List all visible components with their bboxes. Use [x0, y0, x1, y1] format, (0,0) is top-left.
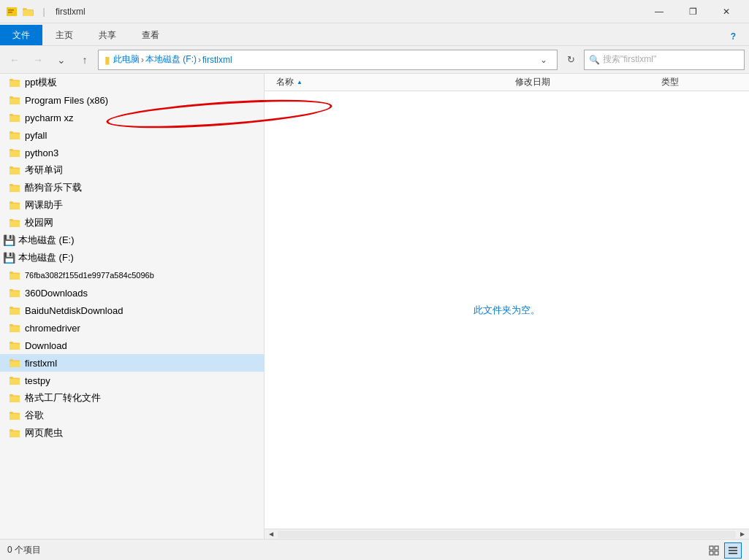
window-title: firstlxml — [56, 7, 85, 17]
sidebar-item-baidu[interactable]: BaiduNetdiskDownload — [0, 302, 264, 319]
col-date-label: 修改日期 — [515, 76, 550, 88]
restore-button[interactable]: ❐ — [676, 0, 710, 23]
sidebar-item-python3[interactable]: python3 — [0, 144, 264, 161]
forward-button[interactable]: → — [28, 50, 48, 69]
svg-rect-5 — [710, 551, 713, 555]
ribbon: 文件 主页 共享 查看 ? — [0, 23, 749, 46]
horizontal-scrollbar[interactable]: ◀ ▶ — [265, 529, 749, 539]
search-placeholder: 搜索"firstlxml" — [603, 53, 656, 66]
sidebar-item-chromedriver[interactable]: chromedriver — [0, 319, 264, 337]
sidebar-label: 本地磁盘 (E:) — [18, 234, 75, 247]
tab-share[interactable]: 共享 — [86, 25, 129, 45]
app-icon-quick-access — [6, 6, 18, 18]
sidebar-item-testpy[interactable]: testpy — [0, 372, 264, 389]
tab-home[interactable]: 主页 — [43, 25, 85, 45]
folder-icon — [9, 112, 20, 123]
tab-view[interactable]: 查看 — [129, 25, 172, 45]
folder-icon — [9, 165, 20, 175]
folder-icon — [9, 147, 20, 158]
sidebar-item-xiaoyuan[interactable]: 校园网 — [0, 214, 264, 231]
sidebar-item-geshi[interactable]: 格式工厂转化文件 — [0, 389, 264, 407]
status-bar: 0 个项目 — [0, 539, 749, 560]
drive-icon-e: 💾 — [3, 234, 15, 246]
sidebar-item-wangke[interactable]: 网课助手 — [0, 196, 264, 214]
back-button[interactable]: ← — [4, 50, 25, 69]
scroll-track[interactable] — [278, 531, 736, 538]
app-icon-folder[interactable] — [22, 6, 34, 18]
folder-icon — [9, 200, 20, 210]
sidebar-label: pycharm xz — [25, 112, 73, 123]
sidebar-label: BaiduNetdiskDownload — [25, 305, 123, 316]
ribbon-tabs: 文件 主页 共享 查看 ? — [0, 23, 749, 45]
recent-locations-button[interactable]: ⌄ — [51, 50, 72, 69]
sidebar-label: chromedriver — [25, 323, 80, 334]
sidebar-item-download[interactable]: Download — [0, 337, 264, 354]
svg-rect-1 — [8, 9, 14, 11]
folder-icon — [9, 340, 20, 350]
col-name-label: 名称 — [276, 76, 294, 88]
sidebar-drive-e[interactable]: 💾 本地磁盘 (E:) — [0, 231, 264, 249]
sidebar-label: 校园网 — [25, 216, 53, 229]
path-segment-computer[interactable]: 此电脑 — [113, 53, 140, 66]
sidebar-label: python3 — [25, 147, 58, 158]
search-bar[interactable]: 🔍 搜索"firstlxml" — [584, 50, 745, 70]
sidebar-item-program-files[interactable]: Program Files (x86) — [0, 91, 264, 109]
view-btn-grid[interactable] — [705, 542, 723, 559]
sidebar-item-kaoyan[interactable]: 考研单词 — [0, 161, 264, 179]
svg-rect-2 — [8, 12, 12, 13]
file-area: 名称 ▲ 修改日期 类型 此文件夹为空。 ◀ ▶ — [265, 74, 749, 539]
sidebar-label: Download — [25, 340, 67, 351]
svg-rect-3 — [710, 546, 713, 550]
up-button[interactable]: ↑ — [75, 50, 95, 69]
tab-file[interactable]: 文件 — [0, 25, 42, 45]
sidebar-label: ppt模板 — [25, 76, 57, 89]
scroll-left-arrow[interactable]: ◀ — [266, 531, 276, 537]
sidebar-item-wangye[interactable]: 网页爬虫 — [0, 424, 264, 442]
sort-arrow: ▲ — [297, 79, 303, 85]
address-bar[interactable]: ▮ 此电脑 › 本地磁盘 (F:) › firstlxml ⌄ — [98, 50, 558, 70]
scroll-right-arrow[interactable]: ▶ — [737, 531, 748, 537]
sidebar-item-google[interactable]: 谷歌 — [0, 407, 264, 424]
sidebar-label: 网课助手 — [25, 199, 63, 212]
address-bar-dropdown[interactable]: ⌄ — [536, 50, 551, 69]
close-button[interactable]: ✕ — [710, 0, 743, 23]
sidebar-item-pycharm[interactable]: pycharm xz — [0, 109, 264, 126]
svg-rect-6 — [715, 551, 718, 555]
minimize-button[interactable]: — — [642, 0, 676, 23]
sidebar-item-pyfall[interactable]: pyfall — [0, 126, 264, 144]
folder-icon — [9, 77, 20, 88]
sidebar-label: 360Downloads — [25, 288, 88, 299]
sidebar-label: testpy — [25, 375, 50, 386]
sidebar: ppt模板 Program Files (x86) pycharm xz pyf… — [0, 74, 265, 539]
folder-icon — [9, 130, 20, 140]
folder-icon — [9, 393, 20, 403]
sidebar-drive-f[interactable]: 💾 本地磁盘 (F:) — [0, 249, 264, 266]
col-header-date[interactable]: 修改日期 — [509, 74, 655, 91]
refresh-button[interactable]: ↻ — [560, 50, 581, 69]
col-type-label: 类型 — [661, 76, 679, 88]
sidebar-item-76fba[interactable]: 76fba3082f155d1e9977a584c5096b — [0, 266, 264, 284]
sidebar-item-kugou[interactable]: 酷狗音乐下载 — [0, 179, 264, 196]
svg-rect-7 — [729, 547, 737, 548]
sidebar-item-ppt[interactable]: ppt模板 — [0, 74, 264, 91]
folder-icon — [9, 288, 20, 298]
sidebar-label: 酷狗音乐下载 — [25, 181, 82, 194]
path-segment-drive[interactable]: 本地磁盘 (F:) — [145, 53, 197, 66]
folder-icon — [9, 323, 20, 333]
svg-rect-9 — [729, 553, 737, 554]
item-count: 0 个项目 — [7, 544, 41, 556]
sidebar-item-360downloads[interactable]: 360Downloads — [0, 284, 264, 302]
sidebar-item-firstlxml[interactable]: firstlxml — [0, 354, 264, 372]
col-header-name[interactable]: 名称 ▲ — [270, 74, 509, 91]
path-segment-folder[interactable]: firstlxml — [202, 55, 232, 65]
sidebar-label: 本地磁盘 (F:) — [18, 251, 74, 264]
view-btn-list[interactable] — [724, 542, 742, 559]
col-header-type[interactable]: 类型 — [655, 74, 743, 91]
title-bar: | firstlxml — ❐ ✕ — [0, 0, 749, 23]
sidebar-label: 谷歌 — [25, 409, 44, 422]
sidebar-label: 格式工厂转化文件 — [25, 391, 101, 404]
main-area: ppt模板 Program Files (x86) pycharm xz pyf… — [0, 74, 749, 539]
help-button[interactable]: ? — [718, 27, 748, 45]
folder-icon — [9, 270, 20, 280]
sidebar-label: 考研单词 — [25, 164, 63, 177]
